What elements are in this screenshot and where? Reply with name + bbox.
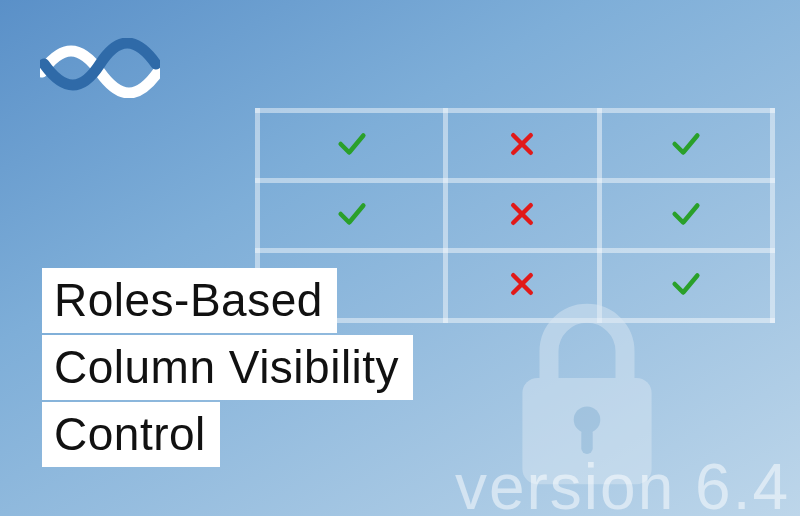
brand-logo-icon bbox=[40, 38, 160, 98]
title-line-2: Column Visibility bbox=[42, 335, 413, 400]
table-row bbox=[258, 181, 773, 251]
cell-check-icon bbox=[599, 181, 772, 251]
version-watermark: version 6.4 bbox=[455, 450, 790, 516]
feature-title: Roles-Based Column Visibility Control bbox=[42, 268, 413, 469]
cell-cross-icon bbox=[446, 181, 600, 251]
cell-check-icon bbox=[599, 111, 772, 181]
promo-banner: version 6.4 Roles-Based Column Visibilit… bbox=[0, 0, 800, 516]
table-row bbox=[258, 111, 773, 181]
cell-cross-icon bbox=[446, 111, 600, 181]
title-line-3: Control bbox=[42, 402, 220, 467]
cell-check-icon bbox=[258, 111, 446, 181]
title-line-1: Roles-Based bbox=[42, 268, 337, 333]
cell-check-icon bbox=[258, 181, 446, 251]
